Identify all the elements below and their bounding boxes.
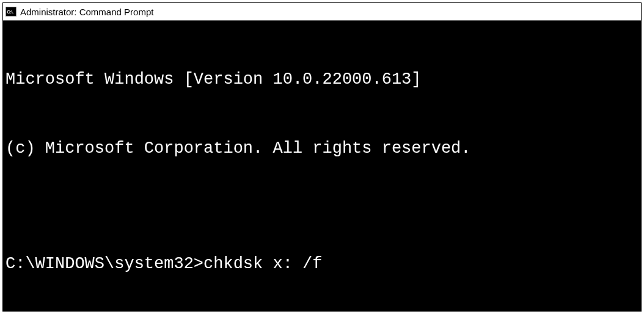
command-input[interactable]: chkdsk x: /f: [203, 253, 322, 276]
cmd-icon-label: C:\.: [7, 9, 13, 15]
copyright-line: (c) Microsoft Corporation. All rights re…: [5, 137, 639, 161]
command-prompt-window: C:\. Administrator: Command Prompt Micro…: [2, 2, 642, 312]
version-line: Microsoft Windows [Version 10.0.22000.61…: [5, 68, 639, 92]
terminal-area[interactable]: Microsoft Windows [Version 10.0.22000.61…: [3, 21, 641, 311]
cmd-icon: C:\.: [5, 7, 16, 16]
prompt-path: C:\WINDOWS\system32>: [5, 253, 203, 276]
title-bar[interactable]: C:\. Administrator: Command Prompt: [3, 3, 641, 21]
prompt-line: C:\WINDOWS\system32>chkdsk x: /f: [5, 253, 639, 276]
window-title: Administrator: Command Prompt: [20, 7, 153, 17]
